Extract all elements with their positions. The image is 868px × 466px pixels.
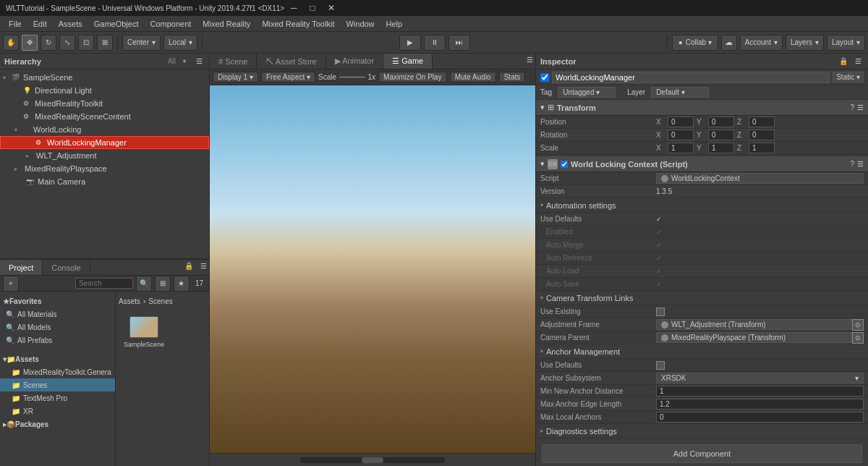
- close-button[interactable]: ✕: [322, 0, 341, 16]
- menu-item-assets[interactable]: Assets: [53, 18, 88, 30]
- adjustment-select-button[interactable]: ⊙: [852, 319, 864, 331]
- auto-load-check[interactable]: ✓: [656, 268, 662, 275]
- rotate-tool-button[interactable]: ↻: [41, 35, 56, 51]
- rotation-x[interactable]: 0: [668, 130, 694, 140]
- menu-item-gameobject[interactable]: GameObject: [88, 18, 145, 30]
- wlc-header[interactable]: ▾ CS World Locking Context (Script) ? ☰: [536, 156, 868, 172]
- search-input[interactable]: [75, 278, 133, 289]
- minimize-button[interactable]: ─: [284, 0, 303, 16]
- tab-console[interactable]: Console: [43, 260, 90, 275]
- layers-dropdown[interactable]: Layers ▾: [786, 35, 824, 51]
- fav-all-prefabs[interactable]: 🔍 All Prefabs: [0, 334, 115, 347]
- asset-scenes[interactable]: 📁 Scenes: [0, 378, 115, 391]
- position-x[interactable]: 0: [668, 116, 694, 127]
- horizontal-scrollbar[interactable]: [300, 457, 445, 463]
- rect-tool-button[interactable]: ⊡: [78, 35, 94, 51]
- auto-refreeze-check[interactable]: ✓: [656, 255, 662, 262]
- mute-audio-button[interactable]: Mute Audio: [450, 72, 496, 82]
- wlc-active-checkbox[interactable]: [561, 161, 568, 168]
- panel-menu-icon[interactable]: ☰: [197, 260, 209, 271]
- position-z[interactable]: 0: [749, 116, 775, 127]
- wlc-help-icon[interactable]: ?: [850, 160, 854, 168]
- add-component-button[interactable]: Add Component: [542, 444, 862, 463]
- tree-item-mrtoolkit[interactable]: ⚙ MixedRealityToolkit: [0, 97, 209, 110]
- scene-menu-icon[interactable]: ☰: [524, 54, 535, 65]
- anchor-subsystem-dropdown[interactable]: XRSDK ▾: [656, 373, 864, 384]
- collab-button[interactable]: ● Collab ▾: [672, 35, 718, 51]
- menu-item-file[interactable]: File: [3, 18, 27, 30]
- inspector-lock-icon[interactable]: 🔒: [838, 56, 849, 67]
- auto-save-check[interactable]: ✓: [656, 281, 662, 288]
- camera-parent-ref[interactable]: MixedRealityPlayspace (Transform): [656, 332, 852, 343]
- packages-section[interactable]: ▸ 📦 Packages: [0, 418, 115, 431]
- menu-item-mixed-reality-toolkit[interactable]: Mixed Reality Toolkit: [256, 18, 340, 30]
- tree-item-mrplayspace[interactable]: ▸ MixedRealityPlayspace: [0, 162, 209, 175]
- pause-button[interactable]: ⏸: [424, 35, 446, 51]
- anchor-management-section[interactable]: ▾ Anchor Management: [536, 344, 868, 359]
- camera-parent-select-button[interactable]: ⊙: [852, 332, 864, 344]
- hierarchy-menu-icon[interactable]: ☰: [193, 56, 205, 67]
- position-y[interactable]: 0: [708, 116, 734, 127]
- tag-dropdown[interactable]: Untagged ▾: [558, 87, 616, 98]
- local-dropdown[interactable]: Local ▾: [163, 35, 197, 51]
- tree-item-worldlockingmanager[interactable]: ⚙ WorldLockingManager: [0, 136, 209, 149]
- fav-all-materials[interactable]: 🔍 All Materials: [0, 308, 115, 321]
- object-name-input[interactable]: [552, 72, 830, 83]
- tree-item-mrscenecontent[interactable]: ⚙ MixedRealitySceneContent: [0, 110, 209, 123]
- asset-mrtoolkit-genera[interactable]: 📁 MixedRealityToolkit.Genera: [0, 365, 115, 378]
- transform-tool-button[interactable]: ⊞: [97, 35, 113, 51]
- max-anchor-value[interactable]: 1.2: [656, 399, 864, 410]
- static-dropdown[interactable]: Static ▾: [833, 72, 864, 82]
- inspector-menu-icon[interactable]: ☰: [852, 56, 864, 67]
- play-button[interactable]: ▶: [399, 35, 421, 51]
- script-ref[interactable]: WorldLockingContext: [656, 173, 864, 184]
- min-anchor-value[interactable]: 1: [656, 386, 864, 397]
- stats-button[interactable]: Stats: [499, 72, 526, 82]
- max-local-value[interactable]: 0: [656, 412, 864, 423]
- scale-x[interactable]: 1: [668, 143, 694, 153]
- hand-tool-button[interactable]: ✋: [3, 35, 19, 51]
- panel-lock-icon[interactable]: 🔒: [183, 260, 195, 271]
- menu-item-edit[interactable]: Edit: [27, 18, 53, 30]
- add-asset-button[interactable]: +: [3, 276, 19, 292]
- favorites-section[interactable]: ★ Favorites: [0, 295, 115, 308]
- rotation-z[interactable]: 0: [749, 130, 775, 140]
- scale-y[interactable]: 1: [708, 143, 734, 153]
- diagnostics-section[interactable]: ▸ Diagnostics settings: [536, 424, 868, 439]
- menu-item-help[interactable]: Help: [380, 18, 409, 30]
- account-dropdown[interactable]: Account ▾: [740, 35, 783, 51]
- display-dropdown[interactable]: Display 1 ▾: [213, 72, 258, 82]
- transform-header[interactable]: ▾ ⊞ Transform ? ☰: [536, 100, 868, 116]
- tab-animator[interactable]: ▶ Animator: [326, 54, 383, 69]
- scale-z[interactable]: 1: [749, 143, 775, 153]
- tab-project[interactable]: Project: [0, 260, 43, 275]
- cloud-button[interactable]: ☁: [721, 35, 737, 51]
- tree-item-directionallight[interactable]: 💡 Directional Light: [0, 84, 209, 97]
- step-button[interactable]: ⏭: [448, 35, 470, 51]
- transform-menu-icon[interactable]: ☰: [857, 103, 864, 111]
- auto-merge-check[interactable]: ✓: [656, 242, 662, 249]
- cam-use-existing-check[interactable]: [656, 308, 665, 316]
- camera-transform-section[interactable]: ▾ Camera Transform Links: [536, 291, 868, 305]
- scale-tool-button[interactable]: ⤡: [59, 35, 75, 51]
- fav-all-models[interactable]: 🔍 All Models: [0, 321, 115, 334]
- tab-scene[interactable]: # Scene: [210, 54, 257, 69]
- menu-item-mixed-reality[interactable]: Mixed Reality: [197, 18, 256, 30]
- favorites-button[interactable]: ★: [174, 276, 190, 292]
- use-defaults-check[interactable]: ✓: [656, 216, 662, 223]
- move-tool-button[interactable]: ✥: [22, 35, 38, 51]
- search-icon[interactable]: 🔍: [136, 276, 152, 292]
- enabled-check[interactable]: ✓: [656, 229, 662, 236]
- tab-game[interactable]: ☰ Game: [383, 54, 433, 69]
- center-dropdown[interactable]: Center ▾: [122, 35, 161, 51]
- tree-item-maincamera[interactable]: 📷 Main Camera: [0, 175, 209, 188]
- hierarchy-add-icon[interactable]: +: [179, 56, 190, 67]
- rotation-y[interactable]: 0: [708, 130, 734, 140]
- tree-item-worldlocking[interactable]: ▾ WorldLocking: [0, 123, 209, 136]
- menu-item-component[interactable]: Component: [144, 18, 197, 30]
- anchor-use-defaults-check[interactable]: [656, 361, 665, 370]
- layer-dropdown[interactable]: Default ▾: [651, 87, 709, 98]
- automation-section[interactable]: ▾ Automation settings: [536, 198, 868, 213]
- asset-samplescene[interactable]: SampleScene: [119, 310, 169, 354]
- layout-dropdown[interactable]: Layout ▾: [827, 35, 865, 51]
